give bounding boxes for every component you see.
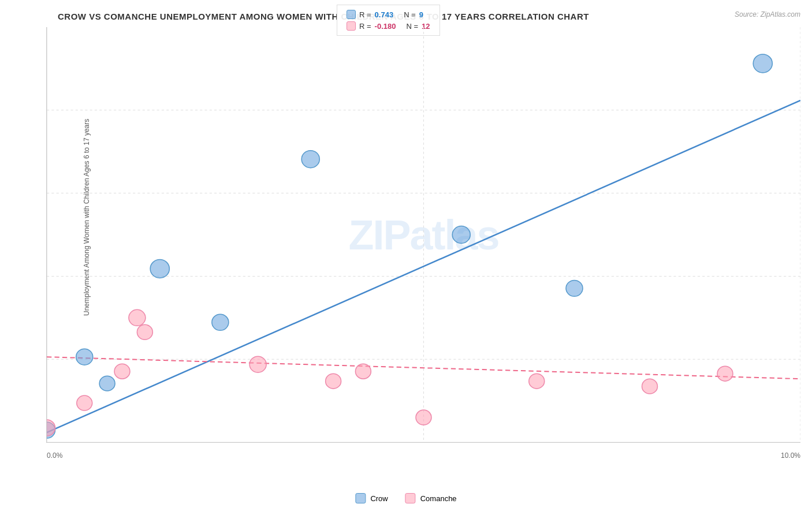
crow-n-value: 9	[419, 10, 423, 19]
crow-legend-swatch	[355, 493, 366, 503]
comanche-legend-label: Comanche	[420, 494, 457, 503]
chart-container: CROW VS COMANCHE UNEMPLOYMENT AMONG WOME…	[0, 0, 812, 515]
chart-area: ZIPatlas	[46, 27, 800, 443]
svg-point-12	[99, 376, 115, 391]
crow-r-label: R =	[359, 10, 371, 19]
svg-point-16	[452, 226, 470, 244]
svg-point-23	[137, 324, 152, 339]
svg-point-20	[77, 395, 92, 410]
crow-r-value: 0.743	[375, 10, 394, 19]
bottom-legend-comanche: Comanche	[405, 493, 457, 503]
svg-point-17	[566, 280, 583, 296]
bottom-legend-crow: Crow	[355, 493, 388, 503]
crow-swatch	[347, 10, 356, 19]
svg-point-25	[326, 374, 341, 389]
svg-point-22	[129, 309, 146, 326]
chart-svg	[47, 27, 800, 442]
svg-point-24	[249, 356, 266, 372]
x-label-10: 10.0%	[781, 451, 800, 460]
svg-point-18	[753, 54, 772, 73]
svg-point-15	[301, 151, 319, 168]
x-axis-labels: 0.0% 10.0%	[47, 451, 800, 460]
svg-point-26	[355, 364, 371, 379]
svg-point-30	[717, 366, 733, 381]
svg-point-27	[416, 410, 431, 425]
svg-point-14	[212, 314, 229, 330]
legend-row-crow: R = 0.743 N = 9	[347, 10, 430, 19]
crow-n-label: N =	[404, 10, 416, 19]
bottom-legend: Crow Comanche	[355, 493, 456, 503]
svg-point-13	[150, 259, 169, 278]
svg-point-29	[642, 379, 658, 394]
crow-legend-label: Crow	[370, 494, 388, 503]
svg-point-28	[529, 374, 545, 389]
comanche-legend-swatch	[405, 493, 416, 503]
svg-point-21	[114, 364, 130, 379]
source-label: Source: ZipAtlas.com	[735, 10, 800, 18]
x-label-0: 0.0%	[47, 451, 62, 460]
svg-point-11	[76, 349, 93, 365]
